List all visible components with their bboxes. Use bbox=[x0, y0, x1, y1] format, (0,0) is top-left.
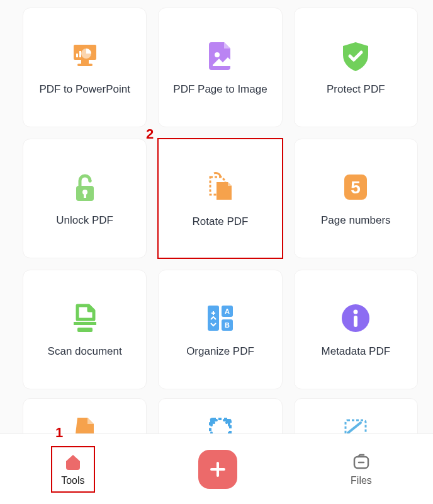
svg-point-19 bbox=[354, 309, 358, 314]
tool-pdf-to-powerpoint[interactable]: PDF to PowerPoint bbox=[23, 8, 147, 127]
tool-label: Metadata PDF bbox=[322, 345, 391, 358]
bottom-bar: Tools Files bbox=[0, 433, 433, 504]
image-icon bbox=[203, 38, 238, 74]
svg-rect-12 bbox=[77, 328, 93, 332]
info-icon bbox=[338, 301, 373, 336]
svg-rect-20 bbox=[354, 316, 357, 327]
tool-scan-document[interactable]: Scan document bbox=[23, 270, 147, 389]
tool-label: Protect PDF bbox=[327, 83, 385, 96]
home-icon bbox=[64, 452, 82, 471]
folder-icon bbox=[352, 452, 371, 471]
tool-pdf-page-to-image[interactable]: PDF Page to Image bbox=[158, 8, 282, 127]
tool-label: Scan document bbox=[48, 345, 122, 358]
svg-rect-3 bbox=[76, 54, 78, 57]
powerpoint-icon bbox=[67, 38, 103, 74]
tab-label: Tools bbox=[61, 475, 84, 486]
tool-label: PDF to PowerPoint bbox=[39, 83, 130, 96]
shield-check-icon bbox=[338, 38, 373, 74]
tool-organize-pdf[interactable]: A B Organize PDF bbox=[158, 270, 282, 389]
tool-label: PDF Page to Image bbox=[173, 83, 267, 96]
svg-rect-8 bbox=[84, 193, 86, 198]
tab-tools[interactable]: Tools bbox=[52, 447, 93, 491]
svg-text:A: A bbox=[225, 307, 230, 315]
rotate-icon bbox=[201, 168, 239, 206]
tool-grid: PDF to PowerPoint PDF Page to Image Prot… bbox=[0, 0, 433, 402]
svg-rect-4 bbox=[79, 51, 81, 57]
annotation-1: 1 bbox=[55, 425, 63, 441]
svg-point-5 bbox=[215, 52, 220, 57]
tool-page-numbers[interactable]: 5 Page numbers bbox=[294, 139, 418, 258]
svg-rect-11 bbox=[74, 322, 96, 325]
tool-label: Organize PDF bbox=[186, 345, 254, 358]
annotation-2: 2 bbox=[146, 126, 154, 142]
tool-protect-pdf[interactable]: Protect PDF bbox=[294, 8, 418, 127]
tool-label: Rotate PDF bbox=[193, 215, 249, 229]
svg-text:5: 5 bbox=[351, 178, 361, 197]
svg-rect-2 bbox=[77, 64, 93, 66]
svg-rect-1 bbox=[81, 60, 89, 64]
tool-label: Unlock PDF bbox=[56, 214, 113, 227]
tab-label: Files bbox=[351, 475, 372, 486]
page-numbers-icon: 5 bbox=[338, 169, 373, 205]
tool-label: Page numbers bbox=[321, 214, 391, 227]
svg-rect-13 bbox=[208, 306, 219, 331]
unlock-icon bbox=[67, 169, 103, 205]
scan-icon bbox=[67, 301, 103, 336]
plus-icon bbox=[209, 461, 227, 478]
svg-text:B: B bbox=[225, 321, 230, 329]
add-button[interactable] bbox=[198, 450, 237, 489]
tool-unlock-pdf[interactable]: Unlock PDF bbox=[23, 139, 147, 258]
tool-metadata-pdf[interactable]: Metadata PDF bbox=[294, 270, 418, 389]
tab-files[interactable]: Files bbox=[342, 447, 381, 491]
tool-rotate-pdf[interactable]: Rotate PDF bbox=[158, 139, 282, 258]
organize-icon: A B bbox=[203, 301, 238, 336]
